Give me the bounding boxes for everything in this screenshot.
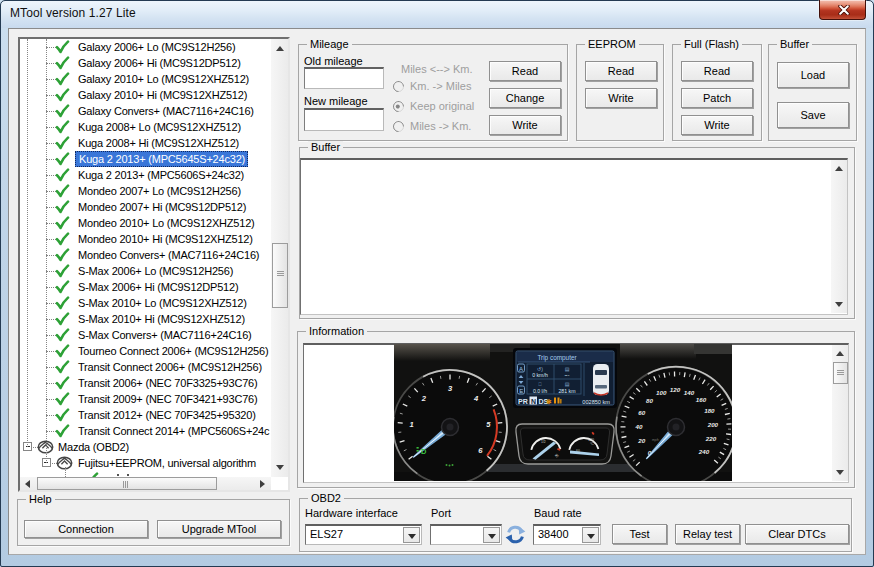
svg-text:⎕: ⎕ xyxy=(538,381,541,387)
svg-text:220: 220 xyxy=(705,435,717,442)
svg-text:▤: ▤ xyxy=(565,381,570,387)
svg-text:Trip computer: Trip computer xyxy=(537,354,577,362)
svg-text:✻: ✻ xyxy=(546,398,552,405)
svg-text:PR: PR xyxy=(518,398,528,405)
svg-text:N: N xyxy=(531,398,536,405)
svg-text:80: 80 xyxy=(646,397,653,404)
svg-text:2: 2 xyxy=(421,394,427,403)
svg-text:0.0 l/h: 0.0 l/h xyxy=(533,388,547,394)
svg-text:120: 120 xyxy=(588,438,594,442)
svg-text:A: A xyxy=(519,366,523,372)
svg-text:100: 100 xyxy=(656,389,667,396)
svg-text:~-: ~- xyxy=(565,372,570,378)
svg-text:002850 km: 002850 km xyxy=(582,399,610,405)
svg-text:1/2: 1/2 xyxy=(541,440,546,444)
svg-text:mph: mph xyxy=(652,438,659,442)
svg-text:1: 1 xyxy=(409,420,413,429)
svg-text:20: 20 xyxy=(637,437,645,444)
svg-text:60: 60 xyxy=(638,409,645,416)
svg-text:160: 160 xyxy=(696,396,707,403)
svg-text:40: 40 xyxy=(635,423,643,430)
svg-text:⎆: ⎆ xyxy=(555,453,559,458)
svg-text:D: D xyxy=(421,447,427,456)
svg-text:°C: °C xyxy=(590,442,594,446)
svg-text:4: 4 xyxy=(473,394,479,403)
svg-text:281 km: 281 km xyxy=(558,388,575,394)
svg-text:120: 120 xyxy=(670,386,681,393)
svg-text:140: 140 xyxy=(684,389,695,396)
svg-text:180: 180 xyxy=(704,407,715,414)
svg-text:E: E xyxy=(519,388,523,394)
svg-text:200: 200 xyxy=(707,421,719,428)
svg-text:0 km/h: 0 km/h xyxy=(532,372,548,378)
svg-text:240: 240 xyxy=(698,448,710,455)
